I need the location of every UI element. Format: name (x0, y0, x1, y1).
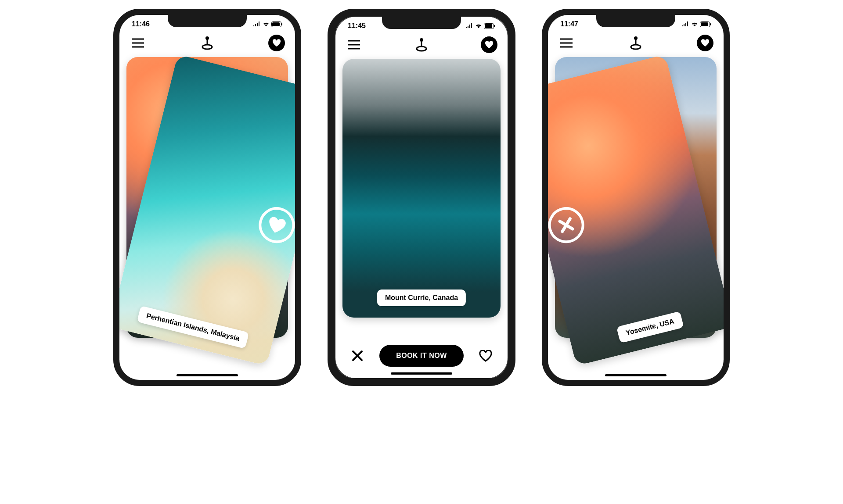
phone-mockup-1: 11:46 (113, 9, 301, 386)
card-stack[interactable]: Mount Currie, Canada (342, 59, 501, 318)
close-icon (555, 214, 576, 236)
card-stack[interactable]: Yosemite, USA (555, 57, 717, 338)
close-icon (352, 350, 363, 361)
hamburger-icon (132, 38, 144, 48)
like-button[interactable] (477, 347, 494, 365)
screen: 11:45 (335, 17, 508, 378)
svg-rect-6 (494, 25, 495, 27)
svg-rect-9 (701, 22, 708, 26)
home-indicator[interactable] (177, 374, 238, 376)
signal-icon (681, 21, 689, 27)
wifi-icon (263, 21, 270, 27)
battery-icon (700, 21, 711, 27)
location-pin-icon (414, 37, 429, 52)
phone-notch (596, 14, 675, 27)
status-indicators (465, 23, 495, 29)
logo-button[interactable] (198, 34, 216, 52)
signal-icon (253, 21, 261, 27)
heart-icon (272, 39, 281, 47)
signal-icon (465, 23, 473, 29)
menu-button[interactable] (129, 34, 147, 52)
wifi-icon (475, 23, 482, 29)
heart-icon (701, 39, 710, 47)
logo-button[interactable] (413, 36, 430, 54)
detail-card[interactable]: Mount Currie, Canada (342, 59, 501, 318)
svg-rect-10 (710, 23, 711, 25)
phone-mockup-3: 11:47 (542, 9, 730, 386)
card-image-lake (342, 59, 501, 318)
phone-notch (168, 14, 247, 27)
card-location-label: Mount Currie, Canada (377, 290, 466, 306)
battery-icon (271, 21, 283, 27)
status-indicators (253, 21, 283, 27)
app-header (548, 30, 724, 57)
heart-icon (265, 214, 288, 236)
location-pin-icon (628, 36, 643, 50)
status-time: 11:46 (132, 20, 150, 28)
menu-button[interactable] (345, 36, 363, 54)
location-pin-icon (200, 36, 215, 50)
dismiss-button[interactable] (349, 347, 366, 365)
status-time: 11:45 (348, 22, 366, 30)
home-indicator[interactable] (605, 374, 666, 376)
status-time: 11:47 (560, 20, 578, 28)
app-header (335, 32, 508, 59)
heart-icon (485, 41, 494, 49)
phone-mockup-2: 11:45 (328, 9, 515, 386)
wifi-icon (691, 21, 698, 27)
home-indicator[interactable] (391, 372, 452, 375)
favorites-button[interactable] (480, 36, 498, 54)
favorites-button[interactable] (268, 34, 285, 52)
app-header (119, 30, 295, 57)
hamburger-icon (348, 40, 360, 50)
favorites-button[interactable] (696, 34, 714, 52)
status-indicators (681, 21, 711, 27)
battery-icon (484, 23, 495, 29)
screen: 11:47 (548, 15, 724, 380)
heart-outline-icon (479, 350, 492, 362)
phone-notch (382, 16, 461, 29)
svg-rect-1 (272, 22, 280, 26)
menu-button[interactable] (558, 34, 575, 52)
card-stack[interactable]: Perhentian Islands, Malaysia (126, 57, 288, 338)
book-now-button[interactable]: BOOK IT NOW (379, 345, 464, 367)
logo-button[interactable] (627, 34, 645, 52)
svg-rect-2 (281, 23, 282, 25)
svg-rect-5 (485, 24, 492, 28)
screen: 11:46 (119, 15, 295, 380)
hamburger-icon (560, 38, 573, 48)
action-bar: BOOK IT NOW (335, 345, 508, 367)
